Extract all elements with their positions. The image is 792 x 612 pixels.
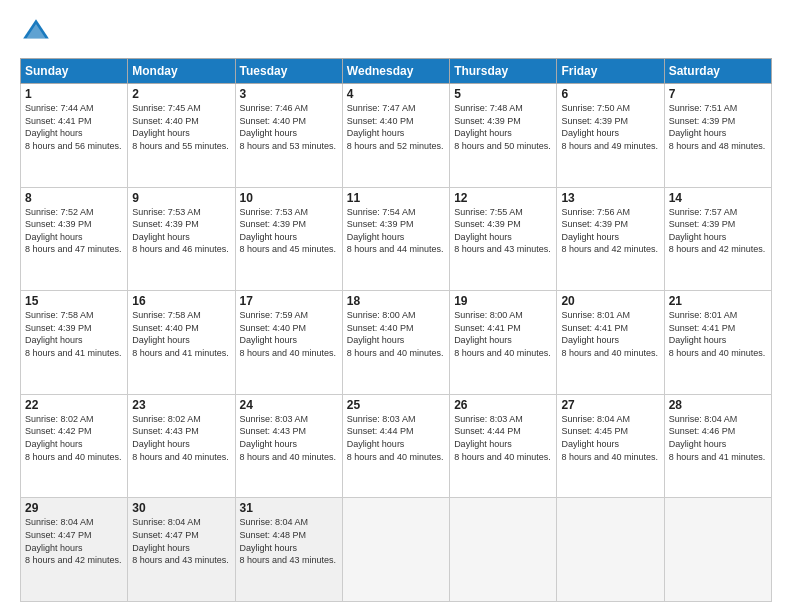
day-info: Sunrise: 7:57 AM Sunset: 4:39 PM Dayligh…: [669, 206, 767, 256]
logo-icon: [20, 16, 52, 48]
day-info: Sunrise: 8:00 AM Sunset: 4:40 PM Dayligh…: [347, 309, 445, 359]
day-info: Sunrise: 7:47 AM Sunset: 4:40 PM Dayligh…: [347, 102, 445, 152]
day-number: 22: [25, 398, 123, 412]
day-number: 4: [347, 87, 445, 101]
calendar-cell: 17 Sunrise: 7:59 AM Sunset: 4:40 PM Dayl…: [235, 291, 342, 395]
day-info: Sunrise: 8:01 AM Sunset: 4:41 PM Dayligh…: [561, 309, 659, 359]
calendar-cell: 2 Sunrise: 7:45 AM Sunset: 4:40 PM Dayli…: [128, 84, 235, 188]
calendar-cell: [664, 498, 771, 602]
calendar-cell: 9 Sunrise: 7:53 AM Sunset: 4:39 PM Dayli…: [128, 187, 235, 291]
day-number: 28: [669, 398, 767, 412]
day-info: Sunrise: 7:48 AM Sunset: 4:39 PM Dayligh…: [454, 102, 552, 152]
day-number: 12: [454, 191, 552, 205]
day-info: Sunrise: 7:55 AM Sunset: 4:39 PM Dayligh…: [454, 206, 552, 256]
day-info: Sunrise: 8:03 AM Sunset: 4:43 PM Dayligh…: [240, 413, 338, 463]
day-info: Sunrise: 8:02 AM Sunset: 4:42 PM Dayligh…: [25, 413, 123, 463]
calendar-cell: 26 Sunrise: 8:03 AM Sunset: 4:44 PM Dayl…: [450, 394, 557, 498]
day-info: Sunrise: 7:44 AM Sunset: 4:41 PM Dayligh…: [25, 102, 123, 152]
day-number: 30: [132, 501, 230, 515]
calendar-cell: [450, 498, 557, 602]
calendar-cell: 12 Sunrise: 7:55 AM Sunset: 4:39 PM Dayl…: [450, 187, 557, 291]
day-info: Sunrise: 7:45 AM Sunset: 4:40 PM Dayligh…: [132, 102, 230, 152]
calendar-cell: 10 Sunrise: 7:53 AM Sunset: 4:39 PM Dayl…: [235, 187, 342, 291]
day-number: 3: [240, 87, 338, 101]
calendar-cell: 27 Sunrise: 8:04 AM Sunset: 4:45 PM Dayl…: [557, 394, 664, 498]
day-info: Sunrise: 7:50 AM Sunset: 4:39 PM Dayligh…: [561, 102, 659, 152]
day-number: 31: [240, 501, 338, 515]
calendar-cell: 7 Sunrise: 7:51 AM Sunset: 4:39 PM Dayli…: [664, 84, 771, 188]
day-info: Sunrise: 7:51 AM Sunset: 4:39 PM Dayligh…: [669, 102, 767, 152]
day-info: Sunrise: 7:58 AM Sunset: 4:40 PM Dayligh…: [132, 309, 230, 359]
day-number: 24: [240, 398, 338, 412]
day-number: 21: [669, 294, 767, 308]
calendar-week-row: 29 Sunrise: 8:04 AM Sunset: 4:47 PM Dayl…: [21, 498, 772, 602]
calendar-week-row: 15 Sunrise: 7:58 AM Sunset: 4:39 PM Dayl…: [21, 291, 772, 395]
day-info: Sunrise: 8:03 AM Sunset: 4:44 PM Dayligh…: [347, 413, 445, 463]
calendar-cell: 13 Sunrise: 7:56 AM Sunset: 4:39 PM Dayl…: [557, 187, 664, 291]
day-info: Sunrise: 7:53 AM Sunset: 4:39 PM Dayligh…: [132, 206, 230, 256]
calendar-day-header: Wednesday: [342, 59, 449, 84]
calendar-cell: [557, 498, 664, 602]
calendar-cell: 29 Sunrise: 8:04 AM Sunset: 4:47 PM Dayl…: [21, 498, 128, 602]
day-number: 9: [132, 191, 230, 205]
calendar-week-row: 22 Sunrise: 8:02 AM Sunset: 4:42 PM Dayl…: [21, 394, 772, 498]
day-number: 7: [669, 87, 767, 101]
day-number: 5: [454, 87, 552, 101]
calendar-cell: 28 Sunrise: 8:04 AM Sunset: 4:46 PM Dayl…: [664, 394, 771, 498]
calendar-cell: 20 Sunrise: 8:01 AM Sunset: 4:41 PM Dayl…: [557, 291, 664, 395]
calendar-day-header: Tuesday: [235, 59, 342, 84]
day-number: 6: [561, 87, 659, 101]
day-info: Sunrise: 8:04 AM Sunset: 4:45 PM Dayligh…: [561, 413, 659, 463]
day-number: 27: [561, 398, 659, 412]
calendar-cell: 16 Sunrise: 7:58 AM Sunset: 4:40 PM Dayl…: [128, 291, 235, 395]
calendar-table: SundayMondayTuesdayWednesdayThursdayFrid…: [20, 58, 772, 602]
day-number: 23: [132, 398, 230, 412]
day-info: Sunrise: 8:04 AM Sunset: 4:48 PM Dayligh…: [240, 516, 338, 566]
calendar-cell: 4 Sunrise: 7:47 AM Sunset: 4:40 PM Dayli…: [342, 84, 449, 188]
day-number: 15: [25, 294, 123, 308]
day-info: Sunrise: 7:58 AM Sunset: 4:39 PM Dayligh…: [25, 309, 123, 359]
calendar-week-row: 8 Sunrise: 7:52 AM Sunset: 4:39 PM Dayli…: [21, 187, 772, 291]
calendar-cell: 3 Sunrise: 7:46 AM Sunset: 4:40 PM Dayli…: [235, 84, 342, 188]
day-number: 26: [454, 398, 552, 412]
day-number: 17: [240, 294, 338, 308]
calendar-cell: 5 Sunrise: 7:48 AM Sunset: 4:39 PM Dayli…: [450, 84, 557, 188]
day-info: Sunrise: 7:46 AM Sunset: 4:40 PM Dayligh…: [240, 102, 338, 152]
calendar-week-row: 1 Sunrise: 7:44 AM Sunset: 4:41 PM Dayli…: [21, 84, 772, 188]
calendar-day-header: Saturday: [664, 59, 771, 84]
calendar-cell: 6 Sunrise: 7:50 AM Sunset: 4:39 PM Dayli…: [557, 84, 664, 188]
day-info: Sunrise: 8:03 AM Sunset: 4:44 PM Dayligh…: [454, 413, 552, 463]
day-number: 16: [132, 294, 230, 308]
logo: [20, 16, 56, 48]
calendar-day-header: Monday: [128, 59, 235, 84]
calendar-cell: 1 Sunrise: 7:44 AM Sunset: 4:41 PM Dayli…: [21, 84, 128, 188]
calendar-cell: 25 Sunrise: 8:03 AM Sunset: 4:44 PM Dayl…: [342, 394, 449, 498]
calendar-header-row: SundayMondayTuesdayWednesdayThursdayFrid…: [21, 59, 772, 84]
day-number: 11: [347, 191, 445, 205]
day-number: 14: [669, 191, 767, 205]
calendar-day-header: Thursday: [450, 59, 557, 84]
day-info: Sunrise: 7:53 AM Sunset: 4:39 PM Dayligh…: [240, 206, 338, 256]
day-number: 8: [25, 191, 123, 205]
day-number: 19: [454, 294, 552, 308]
calendar-day-header: Friday: [557, 59, 664, 84]
day-number: 18: [347, 294, 445, 308]
day-info: Sunrise: 8:01 AM Sunset: 4:41 PM Dayligh…: [669, 309, 767, 359]
calendar-cell: 14 Sunrise: 7:57 AM Sunset: 4:39 PM Dayl…: [664, 187, 771, 291]
page: SundayMondayTuesdayWednesdayThursdayFrid…: [0, 0, 792, 612]
day-info: Sunrise: 7:56 AM Sunset: 4:39 PM Dayligh…: [561, 206, 659, 256]
calendar-cell: 19 Sunrise: 8:00 AM Sunset: 4:41 PM Dayl…: [450, 291, 557, 395]
calendar-day-header: Sunday: [21, 59, 128, 84]
calendar-cell: 31 Sunrise: 8:04 AM Sunset: 4:48 PM Dayl…: [235, 498, 342, 602]
day-info: Sunrise: 7:54 AM Sunset: 4:39 PM Dayligh…: [347, 206, 445, 256]
day-number: 29: [25, 501, 123, 515]
calendar-cell: 21 Sunrise: 8:01 AM Sunset: 4:41 PM Dayl…: [664, 291, 771, 395]
calendar-cell: [342, 498, 449, 602]
header: [20, 16, 772, 48]
calendar-cell: 23 Sunrise: 8:02 AM Sunset: 4:43 PM Dayl…: [128, 394, 235, 498]
day-info: Sunrise: 8:04 AM Sunset: 4:46 PM Dayligh…: [669, 413, 767, 463]
day-number: 25: [347, 398, 445, 412]
calendar-cell: 8 Sunrise: 7:52 AM Sunset: 4:39 PM Dayli…: [21, 187, 128, 291]
day-info: Sunrise: 8:04 AM Sunset: 4:47 PM Dayligh…: [132, 516, 230, 566]
day-info: Sunrise: 8:00 AM Sunset: 4:41 PM Dayligh…: [454, 309, 552, 359]
